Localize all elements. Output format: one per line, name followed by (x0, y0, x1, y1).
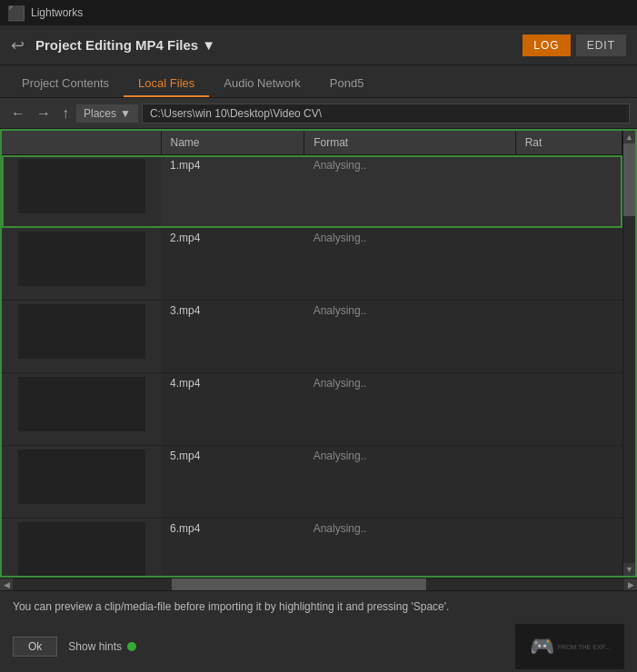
up-button[interactable]: ↑ (58, 104, 73, 124)
table-row[interactable]: 2.mp4Analysing.. (2, 228, 622, 301)
rate-cell (515, 228, 622, 301)
col-header-rate: Rat (515, 131, 622, 155)
rate-cell (515, 155, 622, 228)
scroll-down-arrow[interactable]: ▼ (623, 563, 635, 576)
path-bar[interactable]: C:\Users\win 10\Desktop\Video CV\ (142, 104, 630, 124)
show-hints-label: Show hints (68, 640, 122, 653)
tab-pond5[interactable]: Pond5 (315, 71, 379, 97)
title-bar: ⬛ Lightworks (0, 0, 637, 25)
format-cell: Analysing.. (304, 519, 516, 577)
file-name-cell: 2.mp4 (161, 228, 304, 301)
bottom-area: You can preview a clip/media-file before… (0, 590, 637, 672)
file-name-cell: 1.mp4 (161, 155, 304, 228)
nav-bar: ← → ↑ Places ▼ C:\Users\win 10\Desktop\V… (0, 98, 637, 129)
tab-audio-network[interactable]: Audio Network (209, 71, 315, 97)
col-header-format: Format (304, 131, 516, 155)
scroll-thumb[interactable] (623, 143, 635, 216)
back-icon[interactable]: ↩ (11, 35, 25, 55)
rate-cell (515, 301, 622, 373)
file-name-cell: 4.mp4 (161, 373, 304, 446)
table-row[interactable]: 4.mp4Analysing.. (2, 373, 622, 446)
table-row[interactable]: 6.mp4Analysing.. (2, 519, 622, 577)
format-cell: Analysing.. (304, 373, 516, 446)
format-cell: Analysing.. (304, 301, 516, 373)
table-row[interactable]: 5.mp4Analysing.. (2, 446, 622, 519)
tab-project-contents[interactable]: Project Contents (7, 71, 124, 97)
hint-dot-indicator (127, 642, 136, 651)
col-header-thumb (2, 131, 161, 155)
rate-cell (515, 519, 622, 577)
ok-button[interactable]: Ok (13, 637, 57, 657)
file-table: Name Format Rat 1.mp4Analysing..2.mp4Ana… (2, 131, 622, 576)
table-row[interactable]: 1.mp4Analysing.. (2, 155, 622, 228)
show-hints: Show hints (68, 640, 136, 653)
rate-cell (515, 373, 622, 446)
tab-local-files[interactable]: Local Files (124, 71, 209, 97)
table-row[interactable]: 3.mp4Analysing.. (2, 301, 622, 373)
scroll-up-arrow[interactable]: ▲ (623, 131, 635, 143)
format-cell: Analysing.. (304, 228, 516, 301)
forward-button[interactable]: → (33, 104, 55, 124)
places-arrow: ▼ (120, 107, 131, 120)
thumbnail-cell (2, 301, 161, 373)
file-name-cell: 5.mp4 (161, 446, 304, 519)
logo-area: 🎮 FROM THE EXP... (515, 624, 624, 669)
scroll-left-arrow[interactable]: ◀ (0, 578, 13, 591)
thumbnail-cell (2, 446, 161, 519)
log-button[interactable]: LOG (523, 35, 570, 56)
vertical-scrollbar[interactable]: ▲ ▼ (622, 131, 635, 576)
scroll-right-arrow[interactable]: ▶ (624, 578, 637, 591)
app-title: Lightworks (31, 6, 83, 19)
file-name-cell: 6.mp4 (161, 519, 304, 577)
places-button[interactable]: Places ▼ (76, 104, 138, 123)
thumbnail-cell (2, 155, 161, 228)
places-label: Places (84, 107, 116, 120)
col-header-name: Name (161, 131, 304, 155)
logo-text: FROM THE EXP... (558, 644, 610, 650)
logo-icon: 🎮 (530, 635, 554, 658)
hint-text: You can preview a clip/media-file before… (13, 600, 449, 613)
h-scroll-track[interactable] (13, 578, 624, 590)
back-button[interactable]: ← (7, 104, 29, 124)
app-header: ↩ Project Editing MP4 Files ▼ LOG EDIT (0, 25, 637, 65)
project-title: Project Editing MP4 Files ▼ (35, 37, 517, 53)
file-list[interactable]: Name Format Rat 1.mp4Analysing..2.mp4Ana… (2, 131, 622, 576)
h-scroll-thumb[interactable] (172, 578, 426, 590)
tabs-bar: Project Contents Local Files Audio Netwo… (0, 65, 637, 98)
hint-box: You can preview a clip/media-file before… (0, 591, 637, 618)
thumbnail-cell (2, 519, 161, 577)
thumbnail-cell (2, 373, 161, 446)
format-cell: Analysing.. (304, 155, 516, 228)
edit-button[interactable]: EDIT (576, 35, 626, 56)
format-cell: Analysing.. (304, 446, 516, 519)
app-icon: ⬛ (7, 5, 25, 22)
file-name-cell: 3.mp4 (161, 301, 304, 373)
rate-cell (515, 446, 622, 519)
thumbnail-cell (2, 228, 161, 301)
horizontal-scrollbar[interactable]: ◀ ▶ (0, 578, 637, 590)
bottom-controls: Ok Show hints 🎮 FROM THE EXP... (0, 618, 637, 672)
